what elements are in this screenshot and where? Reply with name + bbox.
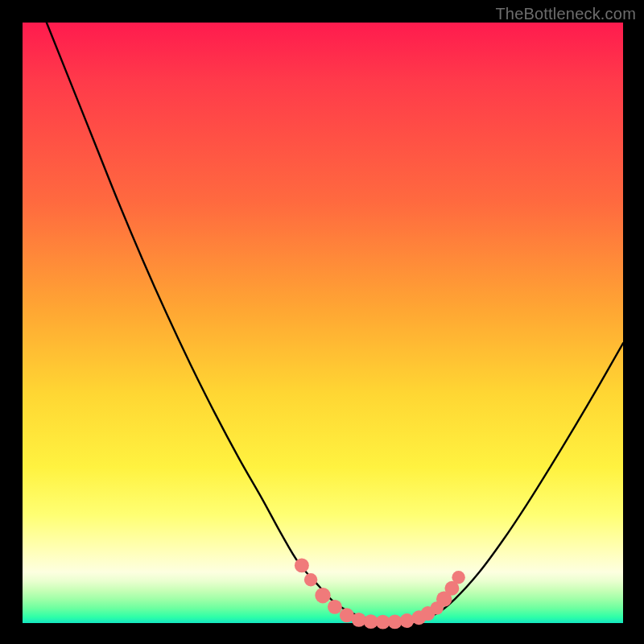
trough-markers [295,558,465,629]
trough-marker [295,558,309,572]
trough-marker [328,600,342,614]
trough-marker [452,571,464,584]
trough-marker [315,588,330,603]
trough-marker [399,613,414,628]
bottleneck-curve-path [47,23,623,622]
trough-marker [304,573,317,586]
chart-frame: TheBottleneck.com [0,0,644,644]
bottleneck-curve-svg [23,23,623,623]
watermark-text: TheBottleneck.com [495,5,636,23]
plot-area [23,23,623,623]
